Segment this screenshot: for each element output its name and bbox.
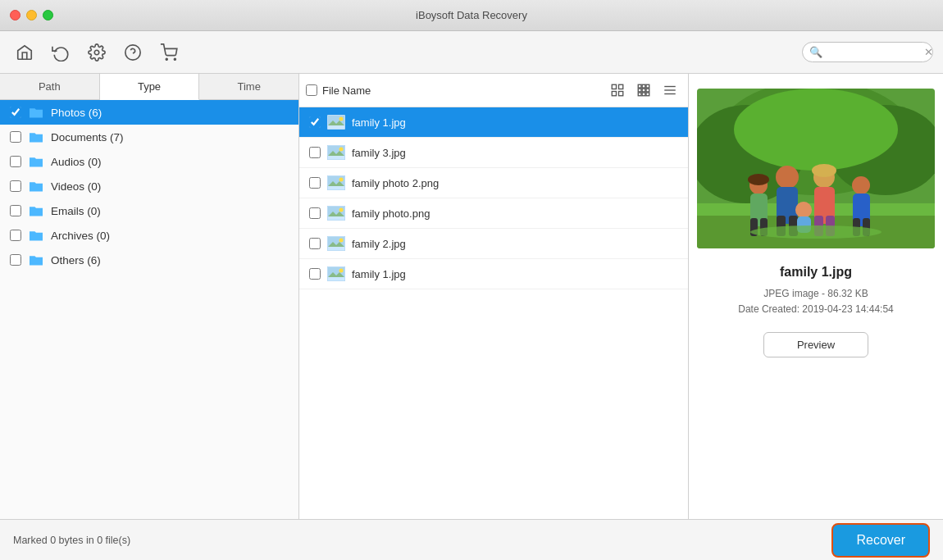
toolbar-right: 🔍 ✕ (802, 42, 933, 62)
category-videos-label: Videos (0) (51, 180, 289, 193)
file-checkbox[interactable] (309, 268, 321, 280)
cart-icon[interactable] (154, 38, 184, 67)
category-photos-label: Photos (6) (51, 107, 289, 119)
preview-image-container (697, 89, 935, 248)
status-bar: Marked 0 bytes in 0 file(s) Recover (0, 519, 943, 560)
svg-rect-14 (646, 89, 649, 92)
svg-point-67 (795, 202, 812, 218)
status-text: Marked 0 bytes in 0 file(s) (13, 535, 130, 546)
file-item[interactable]: family 1.jpg (299, 107, 688, 138)
file-checkbox[interactable] (309, 177, 321, 189)
file-name: family 2.jpg (352, 238, 406, 250)
svg-point-69 (852, 176, 870, 194)
search-input[interactable] (826, 47, 924, 58)
category-photos-checkbox[interactable] (10, 107, 21, 118)
toolbar-left (10, 38, 184, 67)
svg-point-3 (166, 58, 167, 60)
recover-button[interactable]: Recover (831, 523, 930, 558)
file-name: family 1.jpg (352, 116, 406, 129)
category-documents-checkbox[interactable] (10, 131, 21, 143)
file-thumbnail-icon (327, 265, 345, 283)
category-audios-checkbox[interactable] (10, 156, 21, 167)
svg-point-32 (339, 178, 344, 182)
clear-search-icon[interactable]: ✕ (924, 46, 933, 58)
grid-view-icon[interactable] (632, 79, 655, 102)
file-item[interactable]: family photo 2.png (299, 168, 688, 198)
svg-point-4 (174, 58, 175, 60)
svg-point-1 (125, 44, 140, 59)
category-others[interactable]: Others (6) (0, 248, 298, 272)
list-view-icon[interactable] (658, 79, 681, 102)
settings-icon[interactable] (82, 38, 112, 67)
help-icon[interactable] (118, 38, 148, 67)
svg-rect-8 (619, 92, 623, 96)
file-name: family 3.jpg (352, 147, 406, 159)
svg-rect-11 (646, 84, 649, 88)
refresh-icon[interactable] (46, 38, 75, 67)
tab-path[interactable]: Path (0, 74, 100, 99)
svg-rect-5 (612, 84, 616, 89)
preview-panel: family 1.jpg JPEG image - 86.32 KB Date … (689, 74, 943, 519)
traffic-lights[interactable] (10, 10, 53, 20)
svg-rect-9 (638, 84, 641, 88)
category-photos[interactable]: Photos (6) (0, 100, 298, 125)
file-name: family photo 2.png (352, 177, 439, 189)
svg-rect-7 (612, 92, 616, 96)
file-item[interactable]: family 3.jpg (299, 138, 688, 168)
folder-icon (28, 155, 44, 168)
minimize-button[interactable] (26, 10, 37, 20)
svg-point-60 (812, 164, 836, 177)
svg-point-73 (750, 225, 882, 239)
search-icon: 🔍 (809, 46, 822, 58)
file-panel: File Name (299, 74, 689, 519)
svg-point-44 (339, 269, 344, 273)
tab-type[interactable]: Type (100, 74, 200, 100)
file-checkbox[interactable] (309, 238, 321, 249)
tab-time[interactable]: Time (199, 74, 298, 99)
svg-point-49 (734, 89, 898, 171)
preview-button[interactable]: Preview (763, 332, 868, 357)
file-checkbox[interactable] (309, 147, 321, 158)
file-item[interactable]: family 2.jpg (299, 229, 688, 259)
category-others-checkbox[interactable] (10, 254, 21, 266)
category-audios-label: Audios (0) (51, 156, 289, 168)
category-emails[interactable]: Emails (0) (0, 198, 298, 223)
category-emails-checkbox[interactable] (10, 205, 21, 216)
home-icon[interactable] (10, 38, 39, 67)
file-checkbox[interactable] (309, 116, 321, 128)
file-thumbnail-icon (327, 143, 345, 162)
preview-meta-type: JPEG image - 86.32 KB (697, 286, 935, 302)
svg-point-28 (339, 148, 344, 152)
folder-icon (28, 229, 44, 242)
file-thumbnail-icon (327, 234, 345, 253)
category-archives-checkbox[interactable] (10, 230, 21, 241)
svg-rect-10 (642, 84, 645, 88)
category-archives-label: Archives (0) (51, 230, 289, 242)
svg-point-36 (339, 208, 344, 212)
svg-rect-13 (642, 89, 645, 92)
close-button[interactable] (10, 10, 20, 20)
category-videos-checkbox[interactable] (10, 180, 21, 192)
category-videos[interactable]: Videos (0) (0, 174, 298, 198)
folder-icon (28, 180, 44, 193)
search-box[interactable]: 🔍 ✕ (802, 42, 933, 62)
category-list: Photos (6) Documents (7) Audio (0, 100, 298, 519)
thumbnail-view-icon[interactable] (606, 79, 629, 102)
file-thumbnail-icon (327, 174, 345, 192)
category-emails-label: Emails (0) (51, 205, 289, 217)
file-item[interactable]: family 1.jpg (299, 259, 688, 289)
category-audios[interactable]: Audios (0) (0, 149, 298, 174)
folder-icon (28, 106, 44, 119)
select-all-checkbox[interactable] (306, 84, 317, 96)
file-item[interactable]: family photo.png (299, 198, 688, 229)
category-documents[interactable]: Documents (7) (0, 125, 298, 149)
svg-rect-12 (638, 89, 641, 92)
preview-info: family 1.jpg JPEG image - 86.32 KB Date … (697, 265, 935, 317)
category-archives[interactable]: Archives (0) (0, 223, 298, 248)
svg-point-0 (94, 50, 99, 55)
file-checkbox[interactable] (309, 207, 321, 219)
file-thumbnail-icon (327, 113, 345, 131)
maximize-button[interactable] (43, 10, 53, 20)
svg-point-40 (339, 239, 344, 243)
category-documents-label: Documents (7) (51, 131, 289, 143)
